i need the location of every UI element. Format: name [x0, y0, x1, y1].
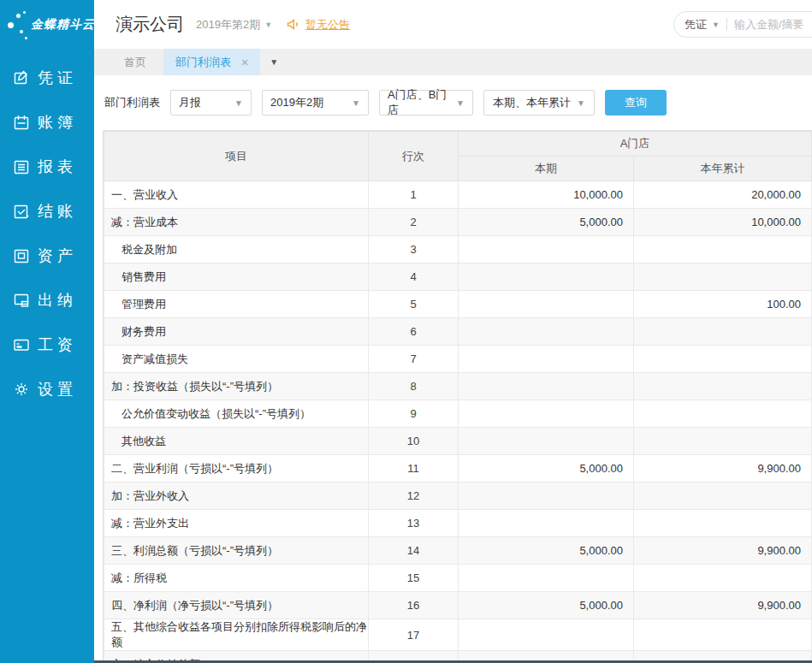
sidebar-item-closing[interactable]: 结账	[0, 189, 94, 234]
row-current-value: 10,000.00	[459, 181, 634, 209]
sidebar-item-label: 凭证	[38, 68, 77, 88]
row-line-number: 7	[369, 346, 459, 373]
row-ytd-value	[634, 346, 812, 373]
sidebar-item-label: 出纳	[38, 290, 77, 311]
row-ytd-value	[634, 373, 812, 400]
tab-label: 部门利润表	[175, 55, 231, 70]
sidebar-item-label: 资产	[38, 246, 77, 266]
column-header-line: 行次	[369, 132, 459, 181]
row-current-value	[459, 510, 634, 537]
report-icon	[13, 158, 30, 175]
close-icon[interactable]: ×	[241, 56, 248, 68]
row-ytd-value	[634, 400, 812, 428]
row-ytd-value: 100.00	[634, 291, 812, 318]
sidebar-item-label: 报表	[38, 157, 77, 177]
sidebar-item-voucher[interactable]: 凭证	[0, 56, 94, 100]
report-table: 项目 行次 A门店 本期 本年累计 一、营业收入110,000.0020,000…	[104, 131, 812, 663]
app-header: 演示公司 2019年第2期 ▼ 暂无公告 凭证 ▼	[94, 0, 812, 49]
row-ytd-value	[634, 510, 812, 537]
table-row: 加：投资收益（损失以“-”号填列）8	[104, 373, 812, 400]
sidebar-item-settings[interactable]: 设置	[0, 367, 94, 411]
row-ytd-value: 10,000.00	[634, 209, 812, 236]
row-item-label: 四、净利润（净亏损以“-”号填列）	[104, 592, 369, 619]
row-ytd-value: 9,900.00	[634, 592, 812, 619]
cashier-icon	[13, 292, 30, 309]
sidebar-item-cashier[interactable]: 出纳	[0, 278, 94, 323]
row-ytd-value: 9,900.00	[634, 455, 812, 482]
chevron-down-icon: ▼	[352, 98, 360, 108]
row-item-label: 管理费用	[104, 291, 369, 318]
row-line-number: 8	[369, 373, 459, 400]
row-ytd-value: 20,000.00	[634, 181, 812, 209]
table-row: 减：营业成本25,000.0010,000.00	[104, 209, 812, 236]
tab-home[interactable]: 首页	[107, 49, 163, 75]
brand-name: 金蝶精斗云	[31, 17, 95, 33]
period-type-value: 月报	[179, 95, 201, 110]
tab-list-dropdown[interactable]: ▼	[260, 49, 287, 75]
settings-icon	[13, 381, 30, 398]
row-ytd-value	[634, 565, 812, 592]
period-label: 2019年第2期	[196, 17, 260, 33]
main-area: 演示公司 2019年第2期 ▼ 暂无公告 凭证 ▼ 首页 部门利润表	[94, 0, 812, 663]
report-title: 部门利润表	[104, 95, 160, 110]
row-item-label: 减：所得税	[104, 565, 369, 592]
brand-logo: 金蝶精斗云	[0, 0, 94, 49]
column-header-ytd: 本年累计	[634, 157, 812, 181]
row-line-number: 5	[369, 291, 459, 318]
row-line-number: 9	[369, 400, 459, 428]
sidebar-item-payroll[interactable]: 工资	[0, 323, 94, 367]
ledger-icon	[13, 114, 30, 131]
table-row: 减：营业外支出13	[104, 510, 812, 537]
row-ytd-value	[634, 482, 812, 510]
table-row: 财务费用6	[104, 318, 812, 346]
stores-select[interactable]: A门店、B门店 ▼	[379, 90, 473, 115]
row-current-value	[459, 318, 634, 346]
columns-value: 本期、本年累计	[493, 95, 571, 110]
row-ytd-value	[634, 619, 812, 651]
row-current-value	[459, 373, 634, 400]
sidebar: 金蝶精斗云 凭证 账簿 报表 结账 资产	[0, 0, 94, 663]
table-row: 二、营业利润（亏损以“-”号填列）115,000.009,900.00	[104, 455, 812, 482]
chevron-down-icon: ▼	[577, 98, 585, 108]
row-ytd-value	[634, 236, 812, 263]
divider	[726, 18, 727, 31]
tab-bar: 首页 部门利润表 × ▼	[94, 49, 812, 75]
row-item-label: 二、营业利润（亏损以“-”号填列）	[104, 455, 369, 482]
row-current-value	[459, 346, 634, 373]
sidebar-item-asset[interactable]: 资产	[0, 234, 94, 278]
tab-department-profit[interactable]: 部门利润表 ×	[163, 49, 260, 75]
row-line-number: 14	[369, 537, 459, 565]
chevron-down-icon: ▼	[264, 21, 272, 29]
sidebar-item-report[interactable]: 报表	[0, 145, 94, 189]
announcement-link[interactable]: 暂无公告	[286, 17, 350, 33]
row-item-label: 五、其他综合收益各项目分别扣除所得税影响后的净额	[104, 619, 369, 651]
row-item-label: 其他收益	[104, 428, 369, 455]
period-selector[interactable]: 2019年第2期 ▼	[196, 17, 272, 33]
row-item-label: 减：营业成本	[104, 209, 369, 236]
table-row: 四、净利润（净亏损以“-”号填列）165,000.009,900.00	[104, 592, 812, 619]
row-item-label: 加：营业外收入	[104, 482, 369, 510]
sidebar-item-label: 设置	[38, 379, 77, 400]
payroll-icon	[13, 336, 30, 353]
row-item-label: 一、营业收入	[104, 181, 369, 209]
period-select[interactable]: 2019年2期 ▼	[262, 90, 369, 115]
search-category-dropdown[interactable]: 凭证	[685, 17, 707, 33]
row-ytd-value	[634, 428, 812, 455]
search-input[interactable]	[734, 18, 812, 31]
global-search: 凭证 ▼	[673, 11, 812, 38]
table-row: 公允价值变动收益（损失以“-”号填列）9	[104, 400, 812, 428]
row-current-value: 5,000.00	[459, 209, 634, 236]
row-current-value	[459, 619, 634, 651]
row-line-number: 13	[369, 510, 459, 537]
company-name: 演示公司	[116, 13, 184, 36]
sidebar-item-label: 结账	[38, 201, 77, 222]
table-row: 资产减值损失7	[104, 346, 812, 373]
period-type-select[interactable]: 月报 ▼	[170, 90, 252, 115]
row-line-number: 16	[369, 592, 459, 619]
columns-select[interactable]: 本期、本年累计 ▼	[483, 90, 595, 115]
sidebar-item-label: 工资	[38, 334, 77, 355]
table-row: 其他收益10	[104, 428, 812, 455]
sidebar-item-ledger[interactable]: 账簿	[0, 100, 94, 145]
query-button[interactable]: 查询	[605, 90, 667, 115]
column-header-current: 本期	[459, 157, 634, 181]
